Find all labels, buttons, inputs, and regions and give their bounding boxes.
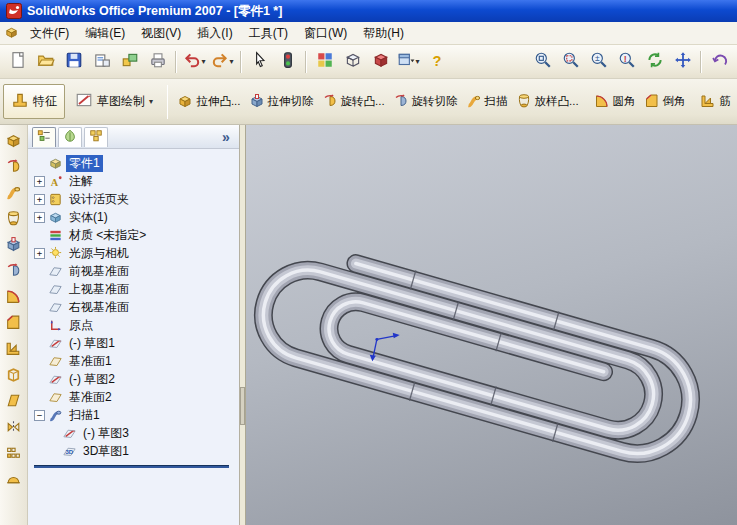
- rib-button[interactable]: 筋: [697, 89, 734, 115]
- revolved-cut-icon: [393, 93, 409, 111]
- tree-item-3dsketch1[interactable]: 3D3D草图1: [32, 442, 239, 460]
- tree-item-material[interactable]: 材质 <未指定>: [32, 226, 239, 244]
- extruded-boss-button[interactable]: 拉伸凸...: [174, 89, 243, 115]
- zoom-to-area-button[interactable]: [557, 49, 584, 74]
- tab-features[interactable]: 特征: [3, 84, 65, 119]
- tree-expander[interactable]: +: [34, 176, 45, 187]
- chamfer-button[interactable]: 倒角: [641, 89, 689, 115]
- undo-button[interactable]: ▾: [181, 49, 208, 74]
- new-document-button[interactable]: [4, 49, 31, 74]
- propertymanager-tab[interactable]: [58, 127, 82, 147]
- lofted-boss-button[interactable]: 放样凸...: [513, 89, 582, 115]
- tree-item-origin[interactable]: 原点: [32, 316, 239, 334]
- tab-sketch[interactable]: 草图绘制▾: [67, 84, 161, 119]
- revolved-boss-button[interactable]: [2, 156, 25, 179]
- tree-item-top-plane[interactable]: 上视基准面: [32, 280, 239, 298]
- tree-expander[interactable]: +: [34, 194, 45, 205]
- dropdown-arrow-icon[interactable]: ▾: [201, 57, 205, 66]
- tree-item-sweep1[interactable]: −扫描1: [32, 406, 239, 424]
- lofted-boss-button[interactable]: [2, 208, 25, 231]
- menu-item-tools[interactable]: 工具(T): [241, 22, 296, 45]
- shell-button[interactable]: [2, 364, 25, 387]
- swept-boss-button[interactable]: 扫描: [463, 89, 511, 115]
- lights-cameras-icon: [48, 246, 63, 261]
- menu-item-view[interactable]: 视图(V): [133, 22, 189, 45]
- loft-icon: [5, 210, 22, 230]
- make-drawing-button[interactable]: [88, 49, 115, 74]
- svg-text:±: ±: [595, 53, 600, 63]
- mirror-button[interactable]: [2, 416, 25, 439]
- tree-item-solid-bodies[interactable]: +实体(1): [32, 208, 239, 226]
- draft-button[interactable]: [2, 390, 25, 413]
- linear-pattern-button[interactable]: [2, 442, 25, 465]
- paperclip-model[interactable]: [246, 125, 737, 525]
- configmanager-tab[interactable]: [84, 127, 108, 147]
- tree-item-sketch3-label: (-) 草图3: [80, 425, 132, 442]
- collapse-panel-button[interactable]: »: [217, 129, 235, 145]
- extruded-boss-button[interactable]: [2, 130, 25, 153]
- display-style-icon: [344, 51, 362, 72]
- tree-expander[interactable]: −: [34, 410, 45, 421]
- menu-item-help[interactable]: 帮助(H): [355, 22, 412, 45]
- tree-item-right-plane[interactable]: 右视基准面: [32, 298, 239, 316]
- menu-item-edit[interactable]: 编辑(E): [77, 22, 133, 45]
- tree-item-front-plane[interactable]: 前视基准面: [32, 262, 239, 280]
- tree-item-annotations[interactable]: +A注解: [32, 172, 239, 190]
- display-style-button[interactable]: [339, 49, 366, 74]
- rib-button[interactable]: [2, 338, 25, 361]
- redo-button[interactable]: ▾: [209, 49, 236, 74]
- tree-item-sketch1[interactable]: (-) 草图1: [32, 334, 239, 352]
- tree-item-plane1[interactable]: 基准面1: [32, 352, 239, 370]
- extruded-cut-button[interactable]: [2, 234, 25, 257]
- view-orientation-icon: [397, 51, 415, 72]
- tree-item-sketch3[interactable]: (-) 草图3: [32, 424, 239, 442]
- rollback-bar[interactable]: [34, 465, 229, 468]
- dropdown-arrow-icon[interactable]: ▾: [149, 97, 153, 106]
- fillet-button[interactable]: 圆角: [591, 89, 639, 115]
- revolved-boss-button[interactable]: 旋转凸...: [319, 89, 388, 115]
- open-folder-button[interactable]: [32, 49, 59, 74]
- revolved-cut-button[interactable]: 旋转切除: [390, 89, 461, 115]
- zoom-in-out-button[interactable]: ±: [585, 49, 612, 74]
- zoom-to-fit-button[interactable]: [529, 49, 556, 74]
- zoom-to-selection-button[interactable]: !: [613, 49, 640, 74]
- menu-item-file[interactable]: 文件(F): [22, 22, 77, 45]
- view-orientation-button[interactable]: ▾: [395, 49, 422, 74]
- menu-item-window[interactable]: 窗口(W): [296, 22, 355, 45]
- tree-item-part[interactable]: 零件1: [32, 154, 239, 172]
- help-button[interactable]: ?: [423, 49, 450, 74]
- app-logo-icon: [6, 3, 22, 19]
- edit-color-button[interactable]: [311, 49, 338, 74]
- zoom-area-icon: [562, 51, 580, 72]
- pan-button[interactable]: [669, 49, 696, 74]
- swept-boss-button-label: 扫描: [485, 94, 508, 109]
- fillet-button[interactable]: [2, 286, 25, 309]
- tree-item-design-binder[interactable]: +设计活页夹: [32, 190, 239, 208]
- select-button[interactable]: [246, 49, 273, 74]
- tree-expander[interactable]: +: [34, 248, 45, 259]
- chamfer-button[interactable]: [2, 312, 25, 335]
- extruded-cut-button[interactable]: 拉伸切除: [246, 89, 317, 115]
- graphics-area[interactable]: [246, 125, 737, 525]
- tree-expander[interactable]: +: [34, 212, 45, 223]
- dome-button[interactable]: [2, 468, 25, 491]
- rotate-view-button[interactable]: [641, 49, 668, 74]
- splitter-handle[interactable]: [240, 387, 245, 425]
- save-button[interactable]: [60, 49, 87, 74]
- tree-item-lights-cameras[interactable]: +光源与相机: [32, 244, 239, 262]
- rebuild-button[interactable]: [274, 49, 301, 74]
- print-button[interactable]: [144, 49, 171, 74]
- standard-views-button[interactable]: [367, 49, 394, 74]
- make-assembly-button[interactable]: [116, 49, 143, 74]
- tree-item-sketch2[interactable]: (-) 草图2: [32, 370, 239, 388]
- tree-item-plane2[interactable]: 基准面2: [32, 388, 239, 406]
- dropdown-arrow-icon[interactable]: ▾: [229, 57, 233, 66]
- rebuild-icon: [279, 51, 297, 72]
- swept-boss-button[interactable]: [2, 182, 25, 205]
- revolved-cut-button[interactable]: [2, 260, 25, 283]
- menu-item-insert[interactable]: 插入(I): [189, 22, 240, 45]
- dropdown-arrow-icon[interactable]: ▾: [415, 57, 419, 66]
- previous-view-button[interactable]: [706, 49, 733, 74]
- make-assembly-icon: [121, 51, 139, 72]
- featuremanager-tab[interactable]: [32, 127, 56, 147]
